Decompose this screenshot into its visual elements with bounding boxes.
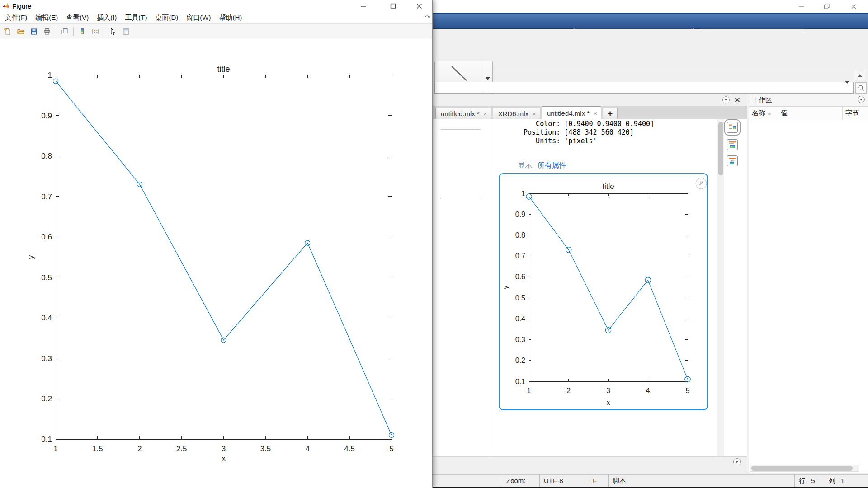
svg-text:2.5: 2.5 xyxy=(176,445,187,453)
column-header-value[interactable]: 值 xyxy=(778,107,843,120)
caret-down-icon xyxy=(486,77,490,80)
svg-text:0.8: 0.8 xyxy=(41,152,52,160)
show-label: 显示 xyxy=(518,161,532,169)
panel-divider[interactable] xyxy=(748,94,748,473)
colorbar-icon[interactable] xyxy=(76,26,88,37)
status-zoom[interactable]: Zoom: 125% xyxy=(502,475,539,487)
scrollbar-thumb[interactable] xyxy=(718,122,723,175)
svg-text:2: 2 xyxy=(137,445,142,453)
circle-chevron-icon[interactable] xyxy=(733,458,741,468)
caret-up-icon xyxy=(858,74,862,77)
address-search-button[interactable] xyxy=(855,82,867,94)
figure-titlebar[interactable]: Figure xyxy=(0,0,432,12)
svg-text:0.7: 0.7 xyxy=(515,252,525,260)
new-tab-button[interactable]: + xyxy=(603,108,618,119)
svg-text:4: 4 xyxy=(646,387,650,394)
new-file-icon[interactable] xyxy=(2,26,14,37)
svg-text:1: 1 xyxy=(53,445,57,453)
open-in-figure-button[interactable] xyxy=(695,178,707,189)
figure-menu-item-2[interactable]: 查看(V) xyxy=(62,12,93,23)
svg-text:2: 2 xyxy=(566,387,571,394)
ribbon-collapse-button[interactable] xyxy=(854,71,865,80)
figure-menubar: 文件(F)编辑(E)查看(V)插入(I)工具(T)桌面(D)窗口(W)帮助(H) xyxy=(1,12,433,23)
property-editor-icon[interactable] xyxy=(120,26,132,37)
properties-link-row: 显示所有属性 xyxy=(518,161,566,170)
matlab-desktop: ? Xiaofeng 线条 untitled.m xyxy=(0,0,868,488)
editor-tab-bar: untitled.mlx *×XRD6.mlx×untitled4.mlx *×… xyxy=(433,106,747,119)
svg-text:0.3: 0.3 xyxy=(41,354,52,363)
minimize-icon[interactable] xyxy=(793,2,809,10)
figure-menu-item-1[interactable]: 编辑(E) xyxy=(31,12,62,23)
close-icon[interactable] xyxy=(846,2,861,10)
status-cursor-position: 行 5 列 1 xyxy=(794,475,868,487)
line-number: 5 xyxy=(811,477,815,484)
svg-text:5: 5 xyxy=(389,445,393,453)
matlab-logo-icon xyxy=(2,2,9,9)
svg-text:3: 3 xyxy=(606,387,610,394)
svg-text:0.1: 0.1 xyxy=(41,435,52,444)
tab-close-icon[interactable]: × xyxy=(593,110,597,117)
status-file-type: 脚本 xyxy=(608,475,794,487)
svg-text:1.5: 1.5 xyxy=(92,445,103,453)
output-inline-icon[interactable] xyxy=(727,139,738,150)
legend-icon[interactable] xyxy=(90,26,101,37)
editor-scrollbar[interactable] xyxy=(717,119,724,456)
all-properties-link[interactable]: 所有属性 xyxy=(538,161,566,169)
figure-menu-item-7[interactable]: 帮助(H) xyxy=(215,12,246,23)
svg-text:0.7: 0.7 xyxy=(41,192,52,201)
svg-text:0.2: 0.2 xyxy=(515,357,525,364)
svg-text:0.3: 0.3 xyxy=(515,336,525,343)
figure-menu-item-0[interactable]: 文件(F) xyxy=(1,12,31,23)
tab-label: untitled.mlx * xyxy=(441,110,480,117)
workspace-column-headers: 名称 值 字节 xyxy=(749,107,868,120)
close-x-icon[interactable] xyxy=(733,96,741,106)
figure-menu-item-4[interactable]: 工具(T) xyxy=(121,12,151,23)
figure-menu-item-5[interactable]: 桌面(D) xyxy=(151,12,182,23)
toolbar-separator xyxy=(73,27,74,36)
svg-text:0.5: 0.5 xyxy=(41,273,52,282)
workspace-table-body xyxy=(749,120,868,449)
embedded-figure-output[interactable]: 123450.10.20.30.40.50.60.70.80.91titlexy xyxy=(499,173,708,410)
svg-text:0.5: 0.5 xyxy=(515,294,525,302)
output-side-by-side-icon[interactable] xyxy=(727,122,738,133)
workspace-header: 工作区 xyxy=(749,94,868,107)
svg-text:0.8: 0.8 xyxy=(515,231,525,239)
search-icon xyxy=(857,84,865,92)
figure-menu-item-3[interactable]: 插入(I) xyxy=(93,12,121,23)
editor-tab-2[interactable]: untitled4.mlx *× xyxy=(542,106,601,119)
status-line-ending: LF xyxy=(585,475,608,487)
dock-figure-icon[interactable] xyxy=(424,14,430,22)
column-header-bytes[interactable]: 字节 xyxy=(843,107,868,120)
maximize-icon[interactable] xyxy=(385,2,401,10)
tab-label: XRD6.mlx xyxy=(498,110,529,117)
caret-down-icon[interactable] xyxy=(845,84,853,92)
circle-chevron-icon[interactable] xyxy=(857,95,865,105)
editor-tab-0[interactable]: untitled.mlx *× xyxy=(435,108,491,119)
print-icon[interactable] xyxy=(41,26,53,37)
save-figure-icon[interactable] xyxy=(28,26,40,37)
line-label: 行 xyxy=(799,477,806,484)
figure-window-title: Figure xyxy=(12,2,32,10)
code-output-divider[interactable] xyxy=(491,119,491,456)
svg-text:4.5: 4.5 xyxy=(344,445,355,453)
svg-text:4: 4 xyxy=(306,445,310,453)
column-header-name[interactable]: 名称 xyxy=(749,107,778,120)
scrollbar-thumb[interactable] xyxy=(751,466,853,471)
minimize-icon[interactable] xyxy=(355,2,371,10)
copy-figure-icon[interactable] xyxy=(59,26,71,37)
editor-tab-1[interactable]: XRD6.mlx× xyxy=(493,108,540,119)
workspace-hscrollbar[interactable] xyxy=(750,465,859,472)
svg-text:y: y xyxy=(502,286,509,289)
tab-close-icon[interactable]: × xyxy=(483,110,487,117)
edit-plot-cursor-icon[interactable] xyxy=(107,26,119,37)
output-only-icon[interactable] xyxy=(727,155,738,166)
figure-menu-item-6[interactable]: 窗口(W) xyxy=(182,12,215,23)
svg-text:0.9: 0.9 xyxy=(41,112,52,120)
tab-close-icon[interactable]: × xyxy=(532,110,536,117)
restore-icon[interactable] xyxy=(819,2,835,10)
column-number: 1 xyxy=(841,477,844,484)
close-icon[interactable] xyxy=(411,2,427,10)
open-file-icon[interactable] xyxy=(15,26,27,37)
circle-chevron-icon[interactable] xyxy=(722,96,730,106)
address-bar-input[interactable] xyxy=(435,84,845,91)
